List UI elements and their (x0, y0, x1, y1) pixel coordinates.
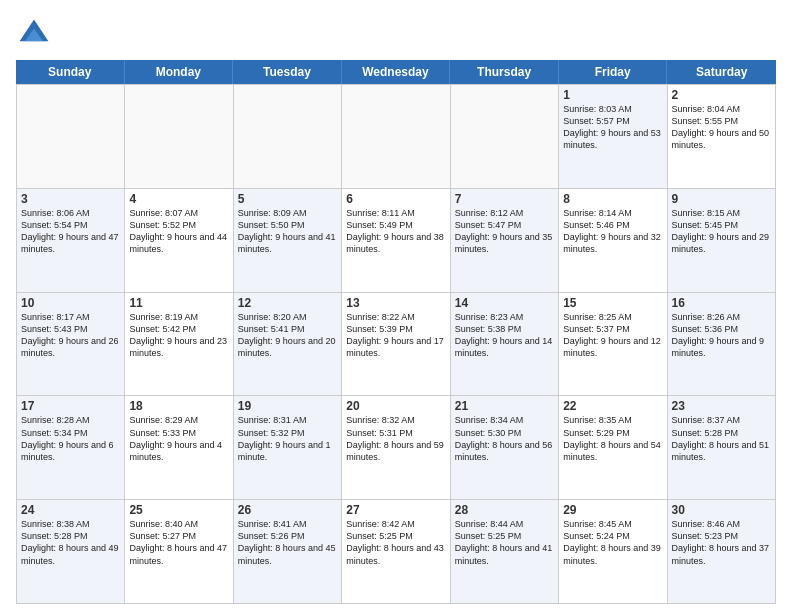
day-number: 27 (346, 503, 445, 517)
calendar-cell-13: 13Sunrise: 8:22 AM Sunset: 5:39 PM Dayli… (342, 293, 450, 397)
day-info: Sunrise: 8:28 AM Sunset: 5:34 PM Dayligh… (21, 414, 120, 463)
calendar-header: SundayMondayTuesdayWednesdayThursdayFrid… (16, 60, 776, 84)
calendar-cell-9: 9Sunrise: 8:15 AM Sunset: 5:45 PM Daylig… (668, 189, 776, 293)
day-info: Sunrise: 8:15 AM Sunset: 5:45 PM Dayligh… (672, 207, 771, 256)
calendar-cell-27: 27Sunrise: 8:42 AM Sunset: 5:25 PM Dayli… (342, 500, 450, 604)
calendar-cell-28: 28Sunrise: 8:44 AM Sunset: 5:25 PM Dayli… (451, 500, 559, 604)
calendar-cell-empty-0-1 (125, 85, 233, 189)
page: SundayMondayTuesdayWednesdayThursdayFrid… (0, 0, 792, 612)
calendar-cell-empty-0-0 (17, 85, 125, 189)
day-info: Sunrise: 8:20 AM Sunset: 5:41 PM Dayligh… (238, 311, 337, 360)
calendar-cell-14: 14Sunrise: 8:23 AM Sunset: 5:38 PM Dayli… (451, 293, 559, 397)
calendar-cell-23: 23Sunrise: 8:37 AM Sunset: 5:28 PM Dayli… (668, 396, 776, 500)
day-info: Sunrise: 8:23 AM Sunset: 5:38 PM Dayligh… (455, 311, 554, 360)
calendar-cell-25: 25Sunrise: 8:40 AM Sunset: 5:27 PM Dayli… (125, 500, 233, 604)
day-info: Sunrise: 8:06 AM Sunset: 5:54 PM Dayligh… (21, 207, 120, 256)
day-number: 5 (238, 192, 337, 206)
day-info: Sunrise: 8:19 AM Sunset: 5:42 PM Dayligh… (129, 311, 228, 360)
day-info: Sunrise: 8:41 AM Sunset: 5:26 PM Dayligh… (238, 518, 337, 567)
day-number: 11 (129, 296, 228, 310)
day-number: 10 (21, 296, 120, 310)
day-info: Sunrise: 8:29 AM Sunset: 5:33 PM Dayligh… (129, 414, 228, 463)
calendar-row-4: 24Sunrise: 8:38 AM Sunset: 5:28 PM Dayli… (17, 500, 776, 604)
day-number: 24 (21, 503, 120, 517)
day-info: Sunrise: 8:04 AM Sunset: 5:55 PM Dayligh… (672, 103, 771, 152)
header (16, 16, 776, 52)
day-info: Sunrise: 8:03 AM Sunset: 5:57 PM Dayligh… (563, 103, 662, 152)
calendar-cell-20: 20Sunrise: 8:32 AM Sunset: 5:31 PM Dayli… (342, 396, 450, 500)
calendar-cell-10: 10Sunrise: 8:17 AM Sunset: 5:43 PM Dayli… (17, 293, 125, 397)
day-info: Sunrise: 8:46 AM Sunset: 5:23 PM Dayligh… (672, 518, 771, 567)
calendar-cell-26: 26Sunrise: 8:41 AM Sunset: 5:26 PM Dayli… (234, 500, 342, 604)
day-info: Sunrise: 8:35 AM Sunset: 5:29 PM Dayligh… (563, 414, 662, 463)
header-day-thursday: Thursday (450, 60, 559, 84)
calendar-cell-30: 30Sunrise: 8:46 AM Sunset: 5:23 PM Dayli… (668, 500, 776, 604)
calendar-cell-19: 19Sunrise: 8:31 AM Sunset: 5:32 PM Dayli… (234, 396, 342, 500)
calendar-cell-29: 29Sunrise: 8:45 AM Sunset: 5:24 PM Dayli… (559, 500, 667, 604)
day-info: Sunrise: 8:12 AM Sunset: 5:47 PM Dayligh… (455, 207, 554, 256)
calendar-body: 1Sunrise: 8:03 AM Sunset: 5:57 PM Daylig… (16, 84, 776, 604)
header-day-sunday: Sunday (16, 60, 125, 84)
header-day-friday: Friday (559, 60, 668, 84)
day-number: 26 (238, 503, 337, 517)
day-number: 20 (346, 399, 445, 413)
day-number: 7 (455, 192, 554, 206)
day-number: 2 (672, 88, 771, 102)
calendar-cell-24: 24Sunrise: 8:38 AM Sunset: 5:28 PM Dayli… (17, 500, 125, 604)
day-info: Sunrise: 8:44 AM Sunset: 5:25 PM Dayligh… (455, 518, 554, 567)
logo (16, 16, 56, 52)
day-number: 18 (129, 399, 228, 413)
calendar-cell-8: 8Sunrise: 8:14 AM Sunset: 5:46 PM Daylig… (559, 189, 667, 293)
calendar-cell-4: 4Sunrise: 8:07 AM Sunset: 5:52 PM Daylig… (125, 189, 233, 293)
calendar-cell-empty-0-3 (342, 85, 450, 189)
day-number: 25 (129, 503, 228, 517)
day-number: 8 (563, 192, 662, 206)
calendar-cell-6: 6Sunrise: 8:11 AM Sunset: 5:49 PM Daylig… (342, 189, 450, 293)
calendar-cell-17: 17Sunrise: 8:28 AM Sunset: 5:34 PM Dayli… (17, 396, 125, 500)
day-number: 22 (563, 399, 662, 413)
day-info: Sunrise: 8:07 AM Sunset: 5:52 PM Dayligh… (129, 207, 228, 256)
day-number: 19 (238, 399, 337, 413)
header-day-tuesday: Tuesday (233, 60, 342, 84)
day-number: 29 (563, 503, 662, 517)
calendar-cell-empty-0-2 (234, 85, 342, 189)
day-number: 6 (346, 192, 445, 206)
day-number: 30 (672, 503, 771, 517)
day-info: Sunrise: 8:45 AM Sunset: 5:24 PM Dayligh… (563, 518, 662, 567)
day-info: Sunrise: 8:38 AM Sunset: 5:28 PM Dayligh… (21, 518, 120, 567)
day-info: Sunrise: 8:22 AM Sunset: 5:39 PM Dayligh… (346, 311, 445, 360)
logo-icon (16, 16, 52, 52)
day-info: Sunrise: 8:14 AM Sunset: 5:46 PM Dayligh… (563, 207, 662, 256)
day-number: 9 (672, 192, 771, 206)
day-number: 3 (21, 192, 120, 206)
day-number: 13 (346, 296, 445, 310)
day-number: 16 (672, 296, 771, 310)
header-day-wednesday: Wednesday (342, 60, 451, 84)
day-info: Sunrise: 8:37 AM Sunset: 5:28 PM Dayligh… (672, 414, 771, 463)
header-day-monday: Monday (125, 60, 234, 84)
calendar-cell-7: 7Sunrise: 8:12 AM Sunset: 5:47 PM Daylig… (451, 189, 559, 293)
calendar-cell-12: 12Sunrise: 8:20 AM Sunset: 5:41 PM Dayli… (234, 293, 342, 397)
calendar-cell-5: 5Sunrise: 8:09 AM Sunset: 5:50 PM Daylig… (234, 189, 342, 293)
day-info: Sunrise: 8:11 AM Sunset: 5:49 PM Dayligh… (346, 207, 445, 256)
calendar-cell-22: 22Sunrise: 8:35 AM Sunset: 5:29 PM Dayli… (559, 396, 667, 500)
day-info: Sunrise: 8:31 AM Sunset: 5:32 PM Dayligh… (238, 414, 337, 463)
calendar-cell-11: 11Sunrise: 8:19 AM Sunset: 5:42 PM Dayli… (125, 293, 233, 397)
day-info: Sunrise: 8:40 AM Sunset: 5:27 PM Dayligh… (129, 518, 228, 567)
day-number: 1 (563, 88, 662, 102)
calendar-cell-21: 21Sunrise: 8:34 AM Sunset: 5:30 PM Dayli… (451, 396, 559, 500)
day-number: 17 (21, 399, 120, 413)
calendar-row-0: 1Sunrise: 8:03 AM Sunset: 5:57 PM Daylig… (17, 85, 776, 189)
calendar-cell-2: 2Sunrise: 8:04 AM Sunset: 5:55 PM Daylig… (668, 85, 776, 189)
day-info: Sunrise: 8:25 AM Sunset: 5:37 PM Dayligh… (563, 311, 662, 360)
calendar-cell-3: 3Sunrise: 8:06 AM Sunset: 5:54 PM Daylig… (17, 189, 125, 293)
calendar-cell-16: 16Sunrise: 8:26 AM Sunset: 5:36 PM Dayli… (668, 293, 776, 397)
calendar-cell-1: 1Sunrise: 8:03 AM Sunset: 5:57 PM Daylig… (559, 85, 667, 189)
day-number: 21 (455, 399, 554, 413)
day-info: Sunrise: 8:42 AM Sunset: 5:25 PM Dayligh… (346, 518, 445, 567)
day-number: 12 (238, 296, 337, 310)
day-number: 15 (563, 296, 662, 310)
calendar: SundayMondayTuesdayWednesdayThursdayFrid… (16, 60, 776, 604)
day-info: Sunrise: 8:26 AM Sunset: 5:36 PM Dayligh… (672, 311, 771, 360)
day-info: Sunrise: 8:32 AM Sunset: 5:31 PM Dayligh… (346, 414, 445, 463)
